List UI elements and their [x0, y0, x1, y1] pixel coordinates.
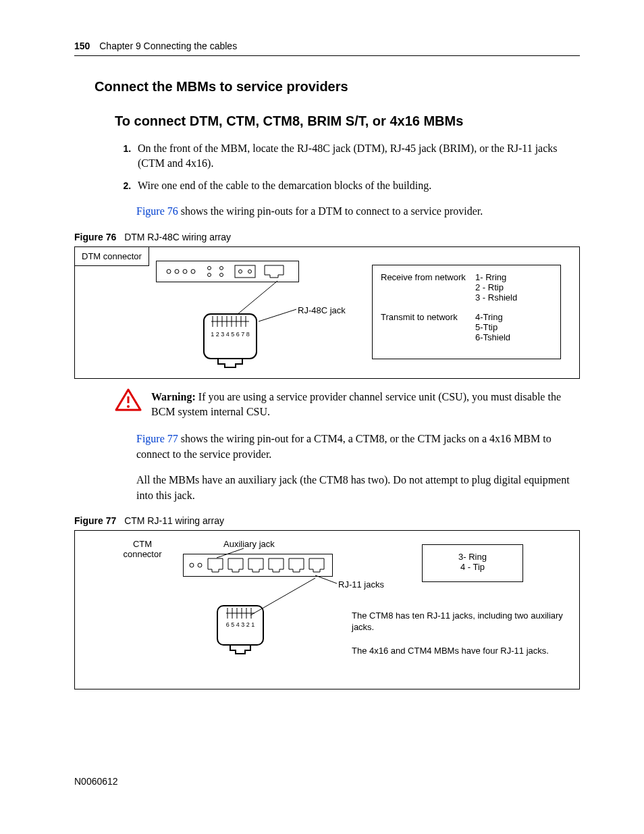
figure-76: DTM connector RJ-48C jack [74, 246, 580, 379]
svg-text:1 2 3 4 5 6 7 8: 1 2 3 4 5 6 7 8 [211, 331, 250, 338]
step-list: On the front of the MBM, locate the RJ-4… [115, 141, 580, 193]
svg-line-29 [217, 548, 244, 558]
figure-77-link[interactable]: Figure 77 [136, 433, 178, 444]
receive-label: Receive from network [381, 272, 475, 303]
step-1: On the front of the MBM, locate the RJ-4… [134, 141, 580, 172]
rj11-jacks-label: RJ-11 jacks [338, 579, 384, 590]
chapter-title: Chapter 9 Connecting the cables [99, 41, 237, 51]
warning-box: Warning: If you are using a service prov… [115, 388, 580, 420]
figure-76-link[interactable]: Figure 76 [136, 205, 178, 217]
figure-77-caption: Figure 77 CTM RJ-11 wiring array [74, 515, 580, 526]
pin-4: 4 - Tip [423, 562, 522, 572]
document-id: N0060612 [74, 776, 118, 787]
figure-76-reference: Figure 76 shows the wiring pin-outs for … [136, 204, 580, 219]
figure-77-ref-tail: shows the wiring pin-out for a CTM4, a C… [136, 433, 552, 459]
figure-76-label: Figure 76 [74, 232, 116, 242]
figure-77-label: Figure 77 [74, 515, 116, 526]
subsection-title: To connect DTM, CTM, CTM8, BRIM S/T, or … [115, 113, 580, 129]
svg-text:6 5 4 3 2 1: 6 5 4 3 2 1 [226, 621, 255, 628]
figure-76-caption: Figure 76 DTM RJ-48C wiring array [74, 232, 580, 242]
figure-76-caption-text: DTM RJ-48C wiring array [124, 232, 231, 242]
page-header: 150 Chapter 9 Connecting the cables [74, 41, 580, 56]
pin-2: 2 - Rtip [475, 282, 517, 292]
pin-1: 1- Rring [475, 272, 517, 282]
svg-line-11 [237, 281, 277, 315]
pin-3: 3 - Rshield [475, 292, 517, 303]
step-2: Wire one end of the cable to the demarca… [134, 178, 580, 193]
svg-point-26 [127, 405, 130, 408]
warning-icon [115, 388, 142, 413]
figure-77-note-a: The CTM8 has ten RJ-11 jacks, including … [352, 610, 568, 633]
rj48c-jack-label: RJ-48C jack [298, 305, 346, 315]
rj48c-jack-icon: 1 2 3 4 5 6 7 8 [203, 313, 257, 369]
section-title: Connect the MBMs to service providers [95, 79, 580, 95]
svg-line-12 [259, 309, 296, 321]
pin-4: 4-Tring [475, 312, 510, 322]
aux-jack-note: All the MBMs have an auxiliary jack (the… [136, 473, 580, 503]
figure-76-pin-table: Receive from network 1- Rring 2 - Rtip 3… [372, 265, 561, 359]
figure-77-reference: Figure 77 shows the wiring pin-out for a… [136, 432, 580, 462]
rj11-jack-icon: 6 5 4 3 2 1 [217, 605, 264, 656]
page-number: 150 [74, 41, 90, 51]
svg-line-30 [315, 575, 337, 583]
pin-3: 3- Ring [423, 552, 522, 562]
figure-77-pin-table: 3- Ring 4 - Tip [422, 544, 523, 582]
transmit-label: Transmit to network [381, 312, 475, 342]
warning-label: Warning: [151, 391, 196, 402]
pin-5: 5-Ttip [475, 322, 510, 332]
figure-77: CTM connector Auxiliary jack [74, 530, 580, 689]
figure-76-ref-tail: shows the wiring pin-outs for a DTM to c… [178, 205, 483, 217]
figure-77-note-b: The 4x16 and CTM4 MBMs have four RJ-11 j… [352, 646, 574, 657]
pin-6: 6-Tshield [475, 332, 510, 342]
warning-text: If you are using a service provider chan… [151, 391, 561, 417]
figure-77-caption-text: CTM RJ-11 wiring array [124, 515, 224, 526]
